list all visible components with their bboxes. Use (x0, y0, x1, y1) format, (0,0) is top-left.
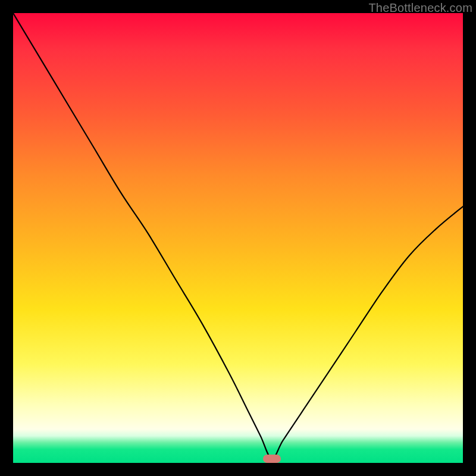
bottleneck-curve (13, 13, 463, 463)
chart-frame: TheBottleneck.com (0, 0, 476, 476)
optimal-marker (263, 455, 281, 463)
watermark-text: TheBottleneck.com (368, 1, 472, 15)
chart-plot-area (13, 13, 463, 463)
